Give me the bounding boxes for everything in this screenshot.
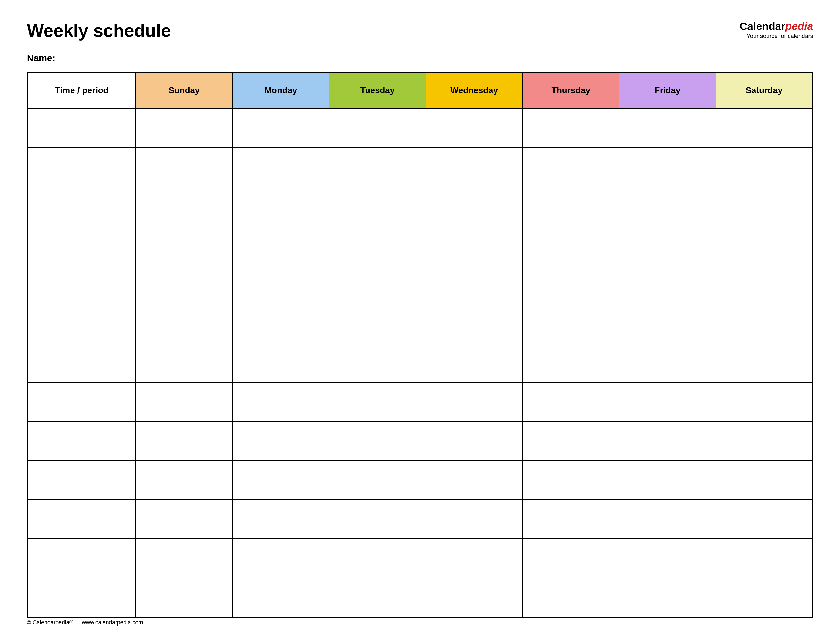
time-cell[interactable] [27,226,136,265]
schedule-cell[interactable] [136,304,232,343]
schedule-cell[interactable] [329,226,426,265]
schedule-cell[interactable] [522,382,619,422]
schedule-cell[interactable] [716,343,813,382]
schedule-cell[interactable] [716,226,813,265]
schedule-cell[interactable] [426,265,523,304]
schedule-cell[interactable] [426,226,523,265]
schedule-cell[interactable] [426,461,523,500]
schedule-cell[interactable] [619,500,716,539]
schedule-cell[interactable] [716,304,813,343]
schedule-cell[interactable] [329,148,426,187]
schedule-cell[interactable] [232,461,329,500]
schedule-cell[interactable] [232,108,329,148]
time-cell[interactable] [27,187,136,226]
schedule-cell[interactable] [136,187,232,226]
schedule-cell[interactable] [329,187,426,226]
schedule-cell[interactable] [619,108,716,148]
schedule-cell[interactable] [716,578,813,617]
time-cell[interactable] [27,343,136,382]
schedule-cell[interactable] [329,265,426,304]
schedule-cell[interactable] [426,304,523,343]
schedule-cell[interactable] [522,422,619,461]
schedule-cell[interactable] [619,578,716,617]
time-cell[interactable] [27,382,136,422]
schedule-cell[interactable] [716,382,813,422]
schedule-cell[interactable] [329,304,426,343]
schedule-cell[interactable] [716,148,813,187]
schedule-cell[interactable] [426,422,523,461]
schedule-cell[interactable] [426,108,523,148]
schedule-cell[interactable] [426,578,523,617]
schedule-cell[interactable] [619,148,716,187]
schedule-cell[interactable] [329,382,426,422]
schedule-cell[interactable] [522,539,619,578]
schedule-cell[interactable] [232,226,329,265]
time-cell[interactable] [27,578,136,617]
time-cell[interactable] [27,500,136,539]
schedule-cell[interactable] [232,304,329,343]
schedule-cell[interactable] [426,539,523,578]
time-cell[interactable] [27,539,136,578]
schedule-cell[interactable] [232,148,329,187]
schedule-cell[interactable] [136,148,232,187]
schedule-cell[interactable] [232,187,329,226]
time-cell[interactable] [27,461,136,500]
schedule-cell[interactable] [522,108,619,148]
schedule-cell[interactable] [716,422,813,461]
schedule-cell[interactable] [232,343,329,382]
time-cell[interactable] [27,108,136,148]
schedule-cell[interactable] [232,265,329,304]
schedule-cell[interactable] [426,343,523,382]
schedule-cell[interactable] [619,265,716,304]
schedule-cell[interactable] [619,382,716,422]
schedule-cell[interactable] [232,500,329,539]
schedule-cell[interactable] [136,226,232,265]
schedule-cell[interactable] [136,343,232,382]
schedule-cell[interactable] [329,461,426,500]
schedule-cell[interactable] [522,265,619,304]
schedule-cell[interactable] [522,226,619,265]
schedule-cell[interactable] [136,265,232,304]
schedule-cell[interactable] [426,187,523,226]
schedule-cell[interactable] [136,539,232,578]
schedule-cell[interactable] [329,108,426,148]
schedule-cell[interactable] [329,500,426,539]
schedule-cell[interactable] [716,500,813,539]
schedule-cell[interactable] [619,422,716,461]
time-cell[interactable] [27,304,136,343]
schedule-cell[interactable] [136,461,232,500]
schedule-cell[interactable] [136,108,232,148]
schedule-cell[interactable] [716,187,813,226]
schedule-cell[interactable] [426,148,523,187]
time-cell[interactable] [27,265,136,304]
schedule-cell[interactable] [522,304,619,343]
schedule-cell[interactable] [329,422,426,461]
schedule-cell[interactable] [329,343,426,382]
schedule-cell[interactable] [619,304,716,343]
schedule-cell[interactable] [426,500,523,539]
schedule-cell[interactable] [329,539,426,578]
schedule-cell[interactable] [522,148,619,187]
schedule-cell[interactable] [619,461,716,500]
schedule-cell[interactable] [716,539,813,578]
schedule-cell[interactable] [232,578,329,617]
schedule-cell[interactable] [232,422,329,461]
schedule-cell[interactable] [136,578,232,617]
schedule-cell[interactable] [522,578,619,617]
schedule-cell[interactable] [619,539,716,578]
schedule-cell[interactable] [426,382,523,422]
schedule-cell[interactable] [716,265,813,304]
schedule-cell[interactable] [232,382,329,422]
time-cell[interactable] [27,422,136,461]
schedule-cell[interactable] [329,578,426,617]
schedule-cell[interactable] [232,539,329,578]
schedule-cell[interactable] [522,500,619,539]
schedule-cell[interactable] [522,343,619,382]
schedule-cell[interactable] [522,187,619,226]
schedule-cell[interactable] [619,187,716,226]
schedule-cell[interactable] [136,500,232,539]
schedule-cell[interactable] [136,422,232,461]
schedule-cell[interactable] [522,461,619,500]
schedule-cell[interactable] [619,226,716,265]
schedule-cell[interactable] [136,382,232,422]
